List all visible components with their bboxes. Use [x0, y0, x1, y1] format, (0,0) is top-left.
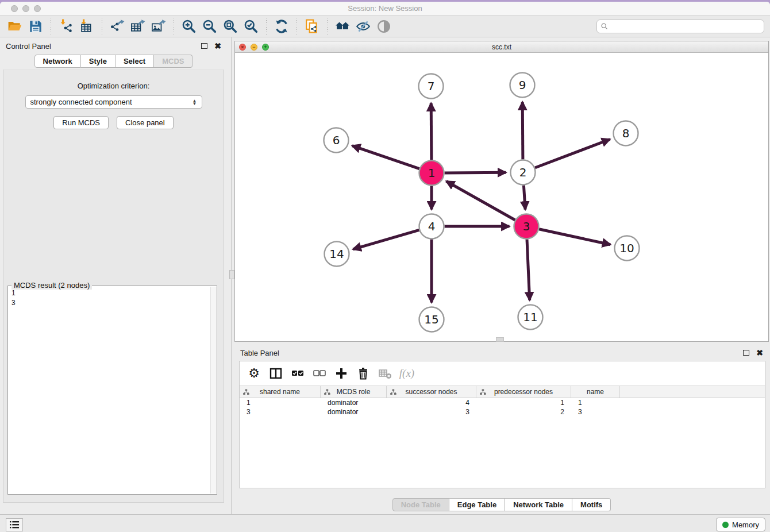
delete-table-button[interactable] — [376, 365, 394, 382]
unselect-all-button[interactable] — [311, 365, 328, 382]
optimization-criterion-label: Optimization criterion: — [3, 82, 224, 90]
column-header-name[interactable]: name — [571, 386, 620, 398]
edge-1-6[interactable] — [352, 146, 419, 169]
column-header-shared-name[interactable]: shared name — [240, 386, 321, 398]
table-row[interactable]: 1dominator411 — [240, 398, 765, 407]
edge-2-3[interactable] — [523, 186, 525, 210]
column-header-successor-nodes[interactable]: successor nodes — [387, 386, 476, 398]
network-canvas[interactable]: 7968124314101511 — [235, 53, 768, 341]
home-button[interactable] — [334, 18, 351, 35]
columns-button[interactable] — [267, 365, 284, 382]
zoom-selected-button[interactable] — [242, 18, 260, 35]
node-label: 8 — [622, 126, 630, 140]
tab-motifs[interactable]: Motifs — [572, 498, 611, 511]
tab-style[interactable]: Style — [81, 55, 116, 68]
refresh-button[interactable] — [273, 18, 290, 35]
node-15[interactable]: 15 — [419, 307, 444, 332]
main-window: Session: New Session Control Panel ✖ Net… — [0, 2, 770, 532]
node-3[interactable]: 3 — [514, 214, 539, 239]
zoom-out-icon — [202, 19, 217, 34]
delete-row-icon — [357, 367, 369, 380]
zoom-out-button[interactable] — [201, 18, 218, 35]
zoom-in-button[interactable] — [180, 18, 198, 35]
tab-edge-table[interactable]: Edge Table — [449, 498, 505, 511]
edge-1-2[interactable] — [445, 172, 506, 173]
network-minimize-button[interactable]: − — [251, 44, 257, 51]
cell: 1 — [571, 398, 620, 407]
import-table-button[interactable] — [78, 18, 95, 35]
node-11[interactable]: 11 — [518, 305, 543, 330]
vertical-splitter[interactable] — [227, 37, 234, 514]
delete-row-button[interactable] — [355, 365, 372, 382]
edge-2-8[interactable] — [535, 140, 610, 168]
select-all-icon — [291, 367, 304, 380]
node-2[interactable]: 2 — [511, 160, 536, 185]
search-field[interactable] — [596, 20, 764, 33]
close-panel-button[interactable]: Close panel — [117, 116, 174, 129]
mcds-result-text[interactable]: 13 — [8, 287, 210, 494]
result-scrollbar[interactable] — [210, 287, 217, 494]
control-panel-header: Control Panel ✖ — [0, 37, 227, 55]
export-image-button[interactable] — [150, 18, 167, 35]
import-network-button[interactable] — [57, 18, 75, 35]
node-6[interactable]: 6 — [324, 128, 349, 153]
open-session-button[interactable] — [6, 18, 24, 35]
node-4[interactable]: 4 — [419, 214, 444, 239]
zoom-selected-icon — [244, 19, 259, 34]
cell: 3 — [571, 407, 620, 417]
column-header-predecessor-nodes[interactable]: predecessor nodes — [476, 386, 571, 398]
control-panel: Control Panel ✖ NetworkStyleSelectMCDS O… — [0, 37, 227, 508]
cell: 3 — [387, 407, 476, 417]
horizontal-splitter-handle[interactable] — [496, 337, 504, 342]
network-zoom-button[interactable]: + — [262, 44, 269, 51]
splitter-handle[interactable] — [229, 270, 234, 279]
node-label: 11 — [523, 310, 537, 324]
criterion-select[interactable]: strongly connected component ▲▼ — [25, 95, 202, 109]
run-mcds-button[interactable]: Run MCDS — [53, 116, 109, 129]
add-row-button[interactable] — [333, 365, 350, 382]
function-builder-button[interactable]: f(x) — [398, 365, 415, 382]
tab-network-table[interactable]: Network Table — [505, 498, 572, 511]
select-all-button[interactable] — [289, 365, 306, 382]
zoom-fit-button[interactable] — [222, 18, 239, 35]
node-14[interactable]: 14 — [325, 242, 349, 267]
edge-1-7[interactable] — [431, 103, 432, 160]
node-label: 15 — [424, 313, 438, 326]
edge-3-10[interactable] — [539, 229, 610, 245]
float-panel-icon[interactable] — [201, 43, 207, 49]
memory-button[interactable]: Memory — [716, 518, 765, 531]
tab-node-table[interactable]: Node Table — [392, 498, 449, 511]
node-7[interactable]: 7 — [419, 74, 444, 99]
home-icon — [335, 19, 350, 34]
edge-2-9[interactable] — [522, 102, 523, 160]
table-header-row: shared nameMCDS rolesuccessor nodesprede… — [240, 386, 765, 398]
edge-3-1[interactable] — [446, 182, 515, 221]
table-row[interactable]: 3dominator323 — [240, 407, 765, 417]
column-header-MCDS-role[interactable]: MCDS role — [321, 386, 387, 398]
show-all-button[interactable] — [375, 18, 392, 35]
node-8[interactable]: 8 — [614, 121, 638, 146]
node-1[interactable]: 1 — [419, 161, 444, 186]
toolbar-separator — [327, 18, 328, 35]
hide-selected-button[interactable] — [355, 18, 372, 35]
tab-network[interactable]: Network — [34, 55, 81, 68]
close-panel-icon[interactable]: ✖ — [214, 42, 221, 50]
node-10[interactable]: 10 — [615, 236, 640, 261]
tab-mcds[interactable]: MCDS — [154, 55, 192, 68]
column-label: name — [587, 388, 604, 396]
network-close-button[interactable]: × — [239, 44, 246, 51]
export-table-button[interactable] — [129, 18, 147, 35]
node-9[interactable]: 9 — [510, 73, 535, 98]
float-table-panel-icon[interactable] — [743, 350, 749, 356]
save-session-button[interactable] — [27, 18, 44, 35]
duplicate-network-button[interactable] — [303, 18, 321, 35]
task-history-button[interactable] — [6, 518, 23, 531]
search-input[interactable] — [611, 22, 760, 30]
edge-3-11[interactable] — [527, 240, 530, 300]
column-label: shared name — [260, 388, 300, 396]
gear-button[interactable]: ⚙ — [245, 365, 263, 382]
edge-4-14[interactable] — [353, 230, 419, 249]
close-table-panel-icon[interactable]: ✖ — [756, 349, 763, 357]
export-network-button[interactable] — [109, 18, 126, 35]
tab-select[interactable]: Select — [116, 55, 154, 68]
